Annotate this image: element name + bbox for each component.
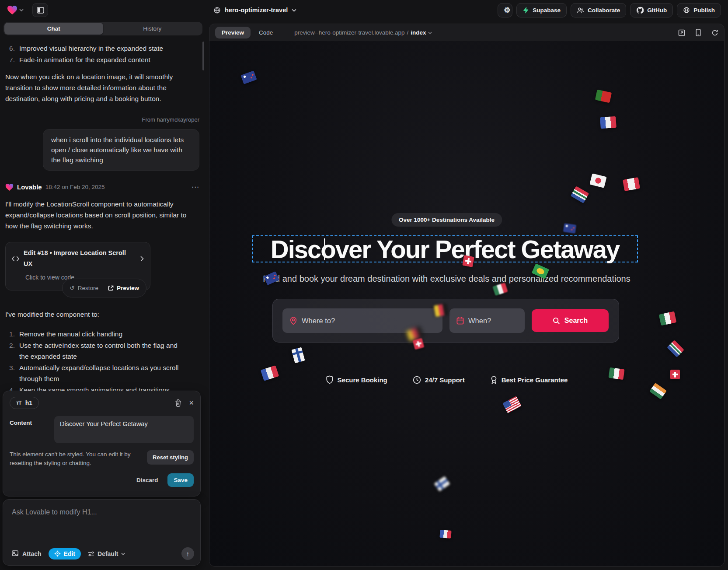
- settings-button[interactable]: ⚙: [498, 3, 512, 17]
- preview-url[interactable]: preview--hero-optimizer-travel.lovable.a…: [294, 29, 432, 36]
- list-item: 4.Keep the same smooth animations and tr…: [5, 385, 199, 391]
- chevron-down-icon: [428, 31, 432, 34]
- model-default-button[interactable]: Default: [85, 548, 128, 560]
- project-switcher[interactable]: hero-optimizer-travel: [213, 0, 296, 20]
- tab-code[interactable]: Code: [252, 27, 279, 38]
- edit-mode-button[interactable]: Edit: [49, 548, 81, 560]
- tab-chat[interactable]: Chat: [4, 23, 103, 35]
- lovable-logo-menu[interactable]: [7, 5, 24, 15]
- chat-message-input[interactable]: [9, 506, 194, 519]
- map-pin-icon: [289, 316, 297, 325]
- publish-button[interactable]: Publish: [677, 3, 721, 17]
- app-root: hero-optimizer-travel ⚙ Supabase Collabo…: [0, 0, 728, 570]
- tab-preview[interactable]: Preview: [215, 27, 251, 38]
- message-author-label: From harrymckayroper: [5, 114, 199, 125]
- user-message-bubble: when i scroll into the individual locati…: [43, 129, 199, 171]
- assistant-message: I'll modify the LocationScroll component…: [5, 199, 199, 231]
- code-icon: [12, 256, 19, 262]
- restore-icon: ↺: [70, 283, 74, 294]
- element-tag-pill[interactable]: тT h1: [10, 397, 39, 409]
- clock-icon: [413, 376, 421, 384]
- image-icon: [12, 550, 19, 557]
- calendar-icon: [456, 317, 464, 325]
- supabase-bolt-icon: [522, 7, 529, 14]
- gear-icon: ⚙: [504, 6, 510, 15]
- collaborate-button[interactable]: Collaborate: [571, 3, 626, 17]
- destinations-badge: Over 1000+ Destinations Available: [391, 213, 502, 227]
- attach-button[interactable]: Attach: [9, 548, 44, 560]
- sidebar-toggle-button[interactable]: [32, 3, 48, 17]
- panel-left-icon: [37, 7, 44, 14]
- flag-new-zealand-icon: [563, 223, 577, 234]
- list-item: 6.Improved visual hierarchy in the expan…: [5, 43, 199, 54]
- globe-icon: [213, 7, 221, 14]
- content-label: Content: [10, 416, 48, 443]
- chevron-down-icon: [292, 9, 296, 12]
- list-item: 7.Fade-in animation for the expanded con…: [5, 54, 199, 65]
- award-icon: [490, 375, 498, 384]
- chevron-right-icon: [140, 256, 144, 262]
- h1-selection-box[interactable]: Discover Your Perfect Getaway: [252, 235, 638, 262]
- project-name: hero-optimizer-travel: [225, 7, 288, 14]
- flag-france-icon: [439, 530, 451, 539]
- open-in-new-tab-icon[interactable]: [678, 29, 685, 36]
- tab-history[interactable]: History: [103, 23, 202, 35]
- send-button[interactable]: ↑: [181, 547, 194, 560]
- flag-germany-icon: [434, 304, 449, 317]
- preview-frame: Over 1000+ Destinations Available Discov…: [209, 41, 724, 566]
- refresh-icon[interactable]: [711, 29, 718, 36]
- collaborate-people-icon: [577, 7, 584, 14]
- assistant-message: Now when you click on a location image, …: [5, 71, 199, 104]
- publish-globe-icon: [683, 7, 690, 14]
- url-page: index: [411, 29, 426, 36]
- chat-input-panel: Attach Edit Default ↑: [3, 499, 201, 566]
- close-icon[interactable]: ×: [189, 399, 194, 408]
- app-header: hero-optimizer-travel ⚙ Supabase Collabo…: [0, 0, 728, 20]
- shield-icon: [326, 375, 334, 384]
- hero-subtitle: Find and book your dream destination wit…: [209, 274, 684, 284]
- hero-title[interactable]: Discover Your Perfect Getaway: [271, 234, 619, 264]
- save-button[interactable]: Save: [167, 473, 194, 487]
- more-menu-icon[interactable]: ⋯: [192, 182, 199, 192]
- where-input[interactable]: [302, 317, 435, 325]
- sliders-icon: [88, 551, 94, 557]
- edit-card-wrapper: Edit #18 • Improve Location Scroll UX Cl…: [5, 242, 199, 290]
- content-input[interactable]: Discover Your Perfect Getaway: [54, 416, 194, 443]
- assistant-message: I've modified the component to:: [5, 309, 199, 320]
- trust-support: 24/7 Support: [413, 375, 465, 384]
- when-field[interactable]: [449, 308, 525, 333]
- trust-secure-booking: Secure Booking: [326, 375, 387, 384]
- when-input[interactable]: [468, 317, 518, 325]
- assistant-header: Lovable 18:42 on Feb 20, 2025 ⋯: [5, 182, 199, 192]
- url-host: preview--hero-optimizer-travel.lovable.a…: [294, 29, 404, 36]
- edit-card-title: Edit #18 • Improve Location Scroll UX: [24, 248, 136, 269]
- h1-editor-panel: тT h1 × Content Discover Your Perfect Ge…: [3, 391, 201, 497]
- list-item: 1.Remove the manual click handling: [5, 329, 199, 339]
- search-button[interactable]: Search: [532, 309, 609, 332]
- flag-mexico-icon: [608, 367, 624, 380]
- modifications-list: 1.Remove the manual click handling 2.Use…: [5, 329, 199, 391]
- github-button[interactable]: GitHub: [630, 3, 673, 17]
- flag-france-icon: [600, 116, 617, 129]
- discard-button[interactable]: Discard: [132, 473, 163, 487]
- preview-button[interactable]: Preview: [104, 281, 143, 295]
- restore-button[interactable]: ↺ Restore: [66, 281, 102, 295]
- flag-switzerland-icon: [462, 255, 474, 267]
- assistant-name: Lovable: [17, 182, 42, 192]
- trash-icon[interactable]: [175, 399, 181, 407]
- text-caret: [324, 238, 325, 260]
- reset-styling-button[interactable]: Reset styling: [147, 450, 194, 465]
- trust-best-price: Best Price Guarantee: [490, 375, 568, 384]
- chevron-down-icon: [19, 9, 24, 11]
- supabase-button[interactable]: Supabase: [516, 3, 567, 17]
- list-item: 3.Automatically expand/collapse location…: [5, 362, 199, 384]
- lovable-heart-icon: [5, 183, 14, 191]
- crosshair-icon: [54, 550, 61, 557]
- message-timestamp: 18:42 on Feb 20, 2025: [45, 182, 105, 192]
- flag-switzerland-icon: [670, 370, 680, 379]
- restore-preview-pill: ↺ Restore Preview: [62, 279, 146, 297]
- mobile-view-icon[interactable]: [696, 29, 701, 36]
- chat-history-tabs: Chat History: [3, 22, 202, 35]
- external-link-icon: [108, 285, 114, 291]
- github-icon: [636, 7, 644, 14]
